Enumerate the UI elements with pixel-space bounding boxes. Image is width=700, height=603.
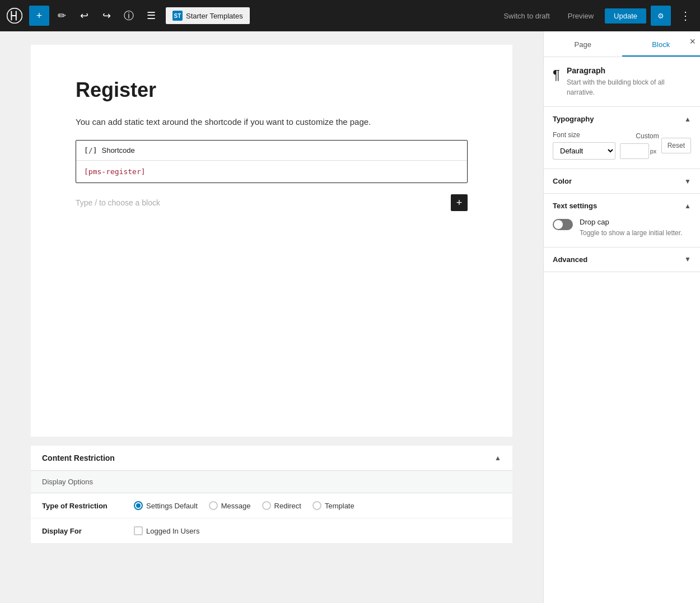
display-for-options: Logged In Users — [134, 526, 199, 535]
edit-icon: ✏ — [58, 10, 66, 22]
shortcode-value: [pms-register] — [84, 167, 146, 176]
font-size-select[interactable]: Default Small Normal Medium Large Extra … — [553, 142, 615, 160]
radio-template[interactable] — [312, 501, 321, 510]
switch-to-draft-button[interactable]: Switch to draft — [497, 8, 556, 24]
panel-content: ¶ Paragraph Start with the building bloc… — [544, 57, 700, 603]
page-heading: Register — [76, 78, 468, 102]
restriction-option-redirect[interactable]: Redirect — [262, 501, 301, 510]
settings-button[interactable]: ⚙ — [651, 6, 671, 26]
redo-icon: ↪ — [102, 10, 111, 22]
display-for-logged-in[interactable]: Logged In Users — [134, 526, 199, 535]
block-title: Paragraph — [567, 66, 691, 75]
radio-message[interactable] — [209, 501, 218, 510]
tab-page[interactable]: Page — [544, 31, 622, 57]
advanced-section: Advanced ▼ — [544, 247, 700, 272]
drop-cap-toggle[interactable] — [553, 219, 573, 230]
more-options-button[interactable]: ⋮ — [675, 6, 696, 26]
custom-font-size-input[interactable] — [620, 143, 649, 159]
text-settings-title: Text settings — [553, 202, 597, 210]
starter-templates-button[interactable]: ST Starter Templates — [166, 7, 250, 24]
block-info-text: Paragraph Start with the building block … — [567, 66, 691, 97]
font-size-right: Custom px Reset — [620, 132, 691, 159]
custom-label: Custom — [636, 132, 659, 140]
advanced-title: Advanced — [553, 255, 587, 264]
list-view-button[interactable]: ☰ — [141, 6, 161, 26]
typography-title: Typography — [553, 115, 594, 123]
type-of-restriction-row: Type of Restriction Settings Default Mes… — [31, 493, 512, 518]
content-restriction-title: Content Restriction — [42, 454, 115, 462]
font-size-reset-button[interactable]: Reset — [661, 138, 691, 153]
starter-templates-icon: ST — [172, 11, 183, 21]
text-settings-header[interactable]: Text settings ▲ — [544, 194, 700, 218]
drop-cap-label: Drop cap — [580, 218, 691, 226]
undo-button[interactable]: ↩ — [74, 6, 94, 26]
content-restriction-panel: Content Restriction ▲ Display Options Ty… — [31, 446, 512, 544]
plus-inline-icon: + — [456, 197, 463, 209]
advanced-chevron-icon: ▼ — [684, 255, 691, 263]
add-block-inline-button[interactable]: + — [451, 194, 468, 211]
panel-tabs: Page Block × — [544, 31, 700, 57]
shortcode-block[interactable]: [/] Shortcode [pms-register] — [76, 140, 468, 183]
typography-section-body: Font size Default Small Normal Medium La… — [544, 131, 700, 169]
toggle-knob — [554, 220, 563, 229]
edit-button[interactable]: ✏ — [52, 6, 72, 26]
drop-cap-description: Toggle to show a large initial letter. — [580, 228, 691, 238]
typography-chevron-icon: ▲ — [684, 115, 691, 123]
redo-button[interactable]: ↪ — [96, 6, 116, 26]
restriction-option-settings-default[interactable]: Settings Default — [134, 501, 198, 510]
color-title: Color — [553, 177, 572, 185]
panel-close-button[interactable]: × — [689, 36, 696, 48]
tab-block[interactable]: Block — [622, 31, 701, 57]
font-size-label: Font size — [553, 131, 615, 139]
add-block-button[interactable]: + — [29, 6, 49, 26]
list-icon: ☰ — [147, 10, 156, 22]
restriction-option-template[interactable]: Template — [312, 501, 354, 510]
add-block-row: Type / to choose a block + — [76, 194, 468, 211]
shortcode-content[interactable]: [pms-register] — [76, 161, 467, 183]
font-size-unit: px — [650, 148, 659, 155]
text-settings-chevron-icon: ▲ — [684, 202, 691, 210]
shortcode-header: [/] Shortcode — [76, 141, 467, 161]
color-section: Color ▼ — [544, 169, 700, 194]
update-button[interactable]: Update — [605, 8, 646, 24]
display-for-row: Display For Logged In Users — [31, 518, 512, 544]
display-options-label: Display Options — [31, 471, 512, 493]
radio-settings-default[interactable] — [134, 501, 143, 510]
toolbar-right: Switch to draft Preview Update ⚙ ⋮ — [497, 6, 696, 26]
checkbox-logged-in[interactable] — [134, 526, 143, 535]
paragraph-icon: ¶ — [553, 67, 560, 83]
radio-redirect[interactable] — [262, 501, 271, 510]
font-size-row: Font size Default Small Normal Medium La… — [553, 131, 691, 160]
text-settings-section: Text settings ▲ Drop cap Toggle to show … — [544, 194, 700, 247]
font-size-left: Font size Default Small Normal Medium La… — [553, 131, 615, 160]
restriction-option-message[interactable]: Message — [209, 501, 251, 510]
text-settings-body: Drop cap Toggle to show a large initial … — [544, 218, 700, 247]
content-restriction-header[interactable]: Content Restriction ▲ — [31, 446, 512, 471]
editor-canvas: Register You can add static text around … — [31, 45, 512, 437]
gear-icon: ⚙ — [657, 12, 664, 20]
typography-section: Typography ▲ Font size Default Small Nor… — [544, 107, 700, 169]
block-description: Start with the building block of all nar… — [567, 77, 691, 97]
color-section-header[interactable]: Color ▼ — [544, 169, 700, 193]
info-button[interactable]: ⓘ — [119, 6, 139, 26]
restriction-options: Settings Default Message Redirect Templa… — [134, 501, 354, 510]
preview-button[interactable]: Preview — [561, 8, 600, 24]
shortcode-icon: [/] — [84, 146, 97, 155]
right-panel: Page Block × ¶ Paragraph Start with the … — [543, 31, 700, 603]
type-of-restriction-label: Type of Restriction — [42, 502, 120, 510]
ellipsis-icon: ⋮ — [680, 9, 691, 22]
shortcode-label: Shortcode — [101, 146, 134, 155]
chevron-up-icon: ▲ — [494, 454, 501, 462]
editor-area: Register You can add static text around … — [0, 31, 543, 603]
typography-section-header[interactable]: Typography ▲ — [544, 107, 700, 131]
advanced-section-header[interactable]: Advanced ▼ — [544, 247, 700, 272]
drop-cap-info: Drop cap Toggle to show a large initial … — [580, 218, 691, 238]
display-for-label: Display For — [42, 527, 120, 535]
block-info: ¶ Paragraph Start with the building bloc… — [544, 57, 700, 107]
add-block-placeholder: Type / to choose a block — [76, 198, 160, 207]
starter-templates-label: Starter Templates — [186, 12, 243, 20]
plus-icon: + — [36, 10, 43, 22]
main-area: Register You can add static text around … — [0, 31, 700, 603]
color-chevron-icon: ▼ — [684, 177, 691, 185]
toolbar: + ✏ ↩ ↪ ⓘ ☰ ST Starter Templates Switch … — [0, 0, 700, 31]
